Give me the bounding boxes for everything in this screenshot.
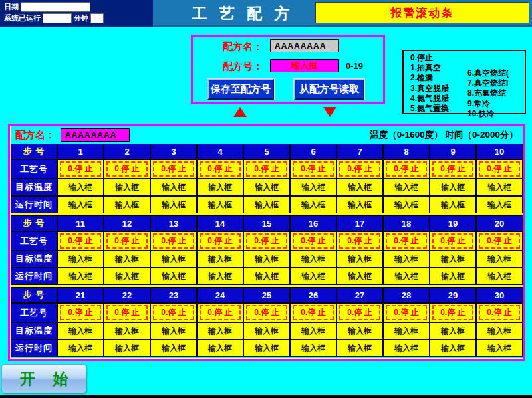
runtime-input[interactable]: 输入框 xyxy=(58,340,103,356)
process-input[interactable]: 0.停 止 xyxy=(60,161,101,177)
process-input[interactable]: 0.停 止 xyxy=(432,305,473,320)
recipe-name-input[interactable]: AAAAAAAA xyxy=(270,39,339,52)
process-input[interactable]: 0.停 止 xyxy=(339,161,380,177)
process-input[interactable]: 0.停 止 xyxy=(293,305,334,320)
temperature-input[interactable]: 输入框 xyxy=(337,251,382,267)
load-from-recipe-button[interactable]: 从配方号读取 xyxy=(294,79,364,100)
runtime-input[interactable]: 输入框 xyxy=(198,268,243,284)
runtime-input[interactable]: 输入框 xyxy=(477,197,522,213)
process-input[interactable]: 0.停 止 xyxy=(200,233,241,249)
process-input[interactable]: 0.停 止 xyxy=(106,305,148,320)
runtime-input[interactable]: 输入框 xyxy=(337,268,382,284)
runtime-input[interactable]: 输入框 xyxy=(58,197,103,213)
runtime-input[interactable]: 输入框 xyxy=(384,340,429,356)
temperature-input[interactable]: 输入框 xyxy=(58,323,103,339)
process-input[interactable]: 0.停 止 xyxy=(293,233,334,249)
temperature-input[interactable]: 输入框 xyxy=(151,179,196,195)
temperature-input[interactable]: 输入框 xyxy=(477,251,522,267)
runtime-input[interactable]: 输入框 xyxy=(198,197,243,213)
temperature-input[interactable]: 输入框 xyxy=(58,179,103,195)
temperature-input[interactable]: 输入框 xyxy=(291,179,336,195)
process-input[interactable]: 0.停 止 xyxy=(246,161,287,177)
runtime-input[interactable]: 输入框 xyxy=(104,340,150,356)
process-input[interactable]: 0.停 止 xyxy=(246,305,287,320)
temperature-input[interactable]: 输入框 xyxy=(104,323,150,339)
process-input[interactable]: 0.停 止 xyxy=(106,233,148,249)
process-cell: 0.停 止 xyxy=(384,304,429,322)
temperature-input[interactable]: 输入框 xyxy=(477,323,522,339)
temperature-input[interactable]: 输入框 xyxy=(430,251,475,267)
temperature-input[interactable]: 输入框 xyxy=(244,251,289,267)
runtime-input[interactable]: 输入框 xyxy=(151,197,196,213)
runtime-input[interactable]: 输入框 xyxy=(151,340,196,356)
process-input[interactable]: 0.停 止 xyxy=(60,233,101,249)
step-row-label: 步 号 xyxy=(11,288,57,302)
process-input[interactable]: 0.停 止 xyxy=(432,161,473,177)
start-button[interactable]: 开 始 xyxy=(1,364,86,393)
temperature-input[interactable]: 输入框 xyxy=(384,179,429,195)
save-to-recipe-button[interactable]: 保存至配方号 xyxy=(207,79,274,100)
temperature-input[interactable]: 输入框 xyxy=(291,251,336,267)
process-cell: 0.停 止 xyxy=(104,232,150,250)
process-input[interactable]: 0.停 止 xyxy=(339,233,380,249)
process-input[interactable]: 0.停 止 xyxy=(153,233,194,249)
temperature-input[interactable]: 输入框 xyxy=(337,179,382,195)
temperature-input[interactable]: 输入框 xyxy=(198,323,243,339)
temperature-input[interactable]: 输入框 xyxy=(291,323,336,339)
runtime-input[interactable]: 输入框 xyxy=(477,268,522,284)
recipe-number-input[interactable]: 输入框 xyxy=(270,59,339,72)
temperature-input[interactable]: 输入框 xyxy=(198,179,243,195)
runtime-input[interactable]: 输入框 xyxy=(244,268,289,284)
temperature-input[interactable]: 输入框 xyxy=(337,323,382,339)
temperature-input[interactable]: 输入框 xyxy=(198,251,243,267)
runtime-input[interactable]: 输入框 xyxy=(151,268,196,284)
process-input[interactable]: 0.停 止 xyxy=(200,161,241,177)
process-input[interactable]: 0.停 止 xyxy=(479,161,520,177)
runtime-input[interactable]: 输入框 xyxy=(244,340,289,356)
process-input[interactable]: 0.停 止 xyxy=(153,161,194,177)
runtime-input[interactable]: 输入框 xyxy=(384,268,429,284)
process-input[interactable]: 0.停 止 xyxy=(479,233,520,249)
runtime-input[interactable]: 输入框 xyxy=(291,340,336,356)
runtime-input[interactable]: 输入框 xyxy=(384,197,429,213)
runtime-input[interactable]: 输入框 xyxy=(337,197,382,213)
temperature-input[interactable]: 输入框 xyxy=(384,323,429,339)
temperature-input[interactable]: 输入框 xyxy=(151,251,196,267)
runtime-input[interactable]: 输入框 xyxy=(337,340,382,356)
temperature-input[interactable]: 输入框 xyxy=(151,323,196,339)
process-row-label: 工艺号 xyxy=(11,160,57,178)
process-input[interactable]: 0.停 止 xyxy=(60,305,101,320)
temperature-input[interactable]: 输入框 xyxy=(104,251,150,267)
process-input[interactable]: 0.停 止 xyxy=(153,305,194,320)
runtime-input[interactable]: 输入框 xyxy=(477,340,522,356)
runtime-input[interactable]: 输入框 xyxy=(430,340,475,356)
process-input[interactable]: 0.停 止 xyxy=(339,305,380,320)
temperature-input[interactable]: 输入框 xyxy=(477,179,522,195)
temperature-input[interactable]: 输入框 xyxy=(430,323,475,339)
temperature-input[interactable]: 输入框 xyxy=(244,179,289,195)
process-input[interactable]: 0.停 止 xyxy=(106,161,148,177)
process-input[interactable]: 0.停 止 xyxy=(293,161,334,177)
runtime-input[interactable]: 输入框 xyxy=(430,268,475,284)
runtime-input[interactable]: 输入框 xyxy=(104,268,150,284)
process-input[interactable]: 0.停 止 xyxy=(386,305,427,320)
runtime-input[interactable]: 输入框 xyxy=(58,268,103,284)
temperature-input[interactable]: 输入框 xyxy=(244,323,289,339)
legend-item: 5.氮气置换 xyxy=(410,104,449,114)
process-input[interactable]: 0.停 止 xyxy=(386,161,427,177)
temperature-input[interactable]: 输入框 xyxy=(430,179,475,195)
process-input[interactable]: 0.停 止 xyxy=(200,305,241,320)
temperature-input[interactable]: 输入框 xyxy=(384,251,429,267)
process-input[interactable]: 0.停 止 xyxy=(479,305,520,320)
process-input[interactable]: 0.停 止 xyxy=(432,233,473,249)
process-input[interactable]: 0.停 止 xyxy=(246,233,287,249)
runtime-input[interactable]: 输入框 xyxy=(104,197,150,213)
process-input[interactable]: 0.停 止 xyxy=(386,233,427,249)
runtime-input[interactable]: 输入框 xyxy=(430,197,475,213)
runtime-input[interactable]: 输入框 xyxy=(244,197,289,213)
runtime-input[interactable]: 输入框 xyxy=(198,340,243,356)
runtime-input[interactable]: 输入框 xyxy=(291,268,336,284)
temperature-input[interactable]: 输入框 xyxy=(58,251,103,267)
temperature-input[interactable]: 输入框 xyxy=(104,179,150,195)
runtime-input[interactable]: 输入框 xyxy=(291,197,336,213)
